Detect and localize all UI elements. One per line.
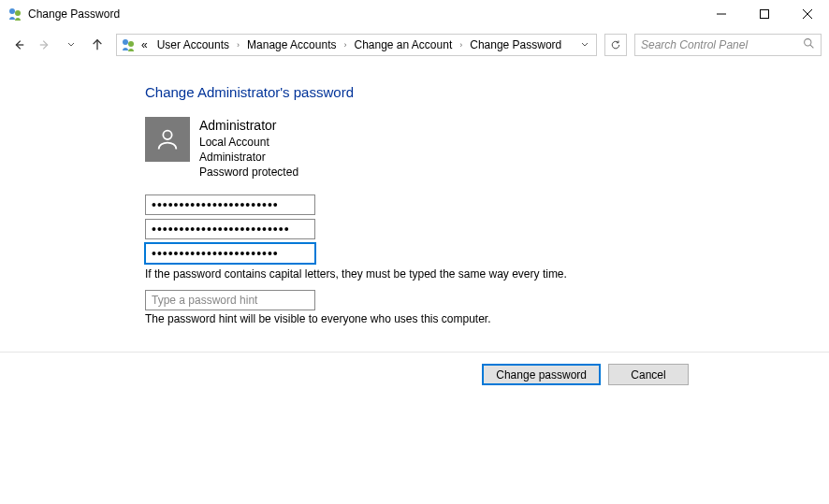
account-protection: Password protected [199, 165, 298, 180]
avatar [145, 117, 190, 162]
breadcrumb-item[interactable]: Manage Accounts [243, 38, 340, 51]
current-password-input[interactable] [145, 194, 315, 215]
breadcrumb-item[interactable]: User Accounts [153, 38, 233, 51]
user-accounts-icon [7, 7, 22, 22]
page-title: Change Administrator's password [145, 84, 829, 100]
svg-point-9 [123, 39, 128, 45]
confirm-password-input[interactable] [145, 243, 315, 264]
address-bar[interactable]: « User Accounts › Manage Accounts › Chan… [116, 34, 597, 56]
svg-point-1 [15, 10, 21, 16]
search-icon [803, 37, 815, 52]
svg-point-13 [163, 131, 171, 139]
account-type: Local Account [199, 135, 298, 150]
new-password-input[interactable] [145, 219, 315, 239]
window-controls [700, 0, 829, 28]
chevron-right-icon[interactable]: › [342, 40, 348, 50]
password-help-text: If the password contains capital letters… [145, 267, 829, 281]
chevron-right-icon[interactable]: › [458, 40, 464, 50]
chevron-right-icon[interactable]: › [235, 40, 241, 50]
account-name: Administrator [199, 117, 298, 135]
navigation-bar: « User Accounts › Manage Accounts › Chan… [0, 28, 829, 62]
refresh-button[interactable] [604, 34, 627, 56]
svg-rect-3 [761, 10, 769, 19]
back-button[interactable] [7, 34, 30, 56]
recent-locations-button[interactable] [60, 34, 82, 56]
breadcrumb-item[interactable]: Change an Account [350, 38, 456, 51]
account-summary: Administrator Local Account Administrato… [145, 117, 829, 180]
titlebar: Change Password [0, 0, 829, 28]
content-area: Change Administrator's password Administ… [0, 62, 829, 325]
forward-button[interactable] [34, 34, 56, 56]
footer-buttons: Change password Cancel [0, 353, 829, 385]
user-accounts-icon [121, 37, 136, 52]
account-info: Administrator Local Account Administrato… [199, 117, 298, 180]
search-input[interactable] [641, 38, 803, 51]
breadcrumb-item[interactable]: Change Password [466, 38, 565, 51]
svg-point-0 [9, 8, 15, 14]
password-hint-input[interactable] [145, 290, 315, 310]
minimize-button[interactable] [700, 0, 743, 28]
breadcrumb-prefix[interactable]: « [138, 38, 152, 51]
change-password-button[interactable]: Change password [482, 364, 601, 385]
maximize-button[interactable] [743, 0, 786, 28]
svg-line-12 [810, 45, 813, 48]
hint-help-text: The password hint will be visible to eve… [145, 312, 829, 325]
password-fields [145, 194, 829, 264]
up-button[interactable] [86, 34, 109, 56]
cancel-button[interactable]: Cancel [608, 364, 689, 385]
search-box[interactable] [634, 34, 822, 56]
svg-point-11 [805, 39, 811, 46]
address-dropdown-button[interactable] [577, 38, 592, 51]
account-role: Administrator [199, 150, 298, 165]
svg-point-10 [128, 41, 134, 47]
window-title: Change Password [28, 7, 120, 21]
close-button[interactable] [786, 0, 829, 28]
